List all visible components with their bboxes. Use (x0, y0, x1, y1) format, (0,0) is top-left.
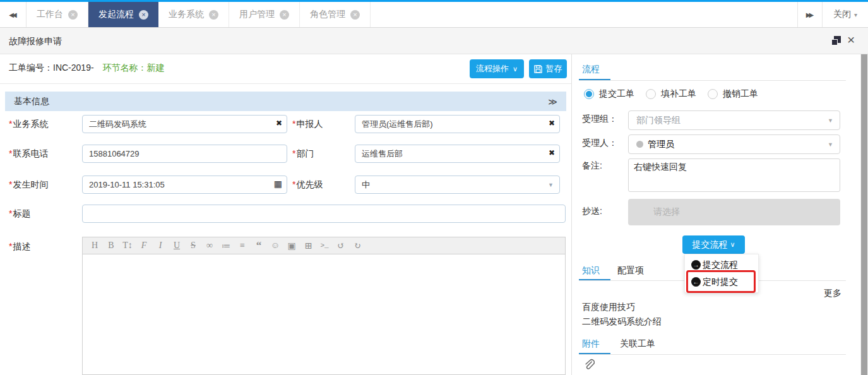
heading-icon[interactable]: H (88, 241, 102, 251)
form-row: *发生时间 ▦ *优先级 中 ▼ (9, 176, 566, 194)
phone-label: *联系电话 (9, 148, 82, 160)
flow-action-label: 流程操作 (476, 63, 509, 74)
link-icon[interactable]: ∞ (203, 241, 217, 251)
tab-label: 发起流程 (98, 9, 134, 20)
form-row: *联系电话 *部门 ✖ (9, 145, 566, 163)
submit-flow-button[interactable]: 提交流程 ∨ (682, 235, 745, 254)
radio-label: 填补工单 (661, 88, 696, 100)
section-title: 基本信息 (14, 96, 49, 107)
tab-close-icon[interactable]: × (139, 10, 148, 20)
radio-label: 提交工单 (599, 88, 634, 100)
tab-close-icon[interactable]: × (350, 10, 360, 20)
tab-close-icon[interactable]: × (280, 10, 289, 20)
business-system-label: *业务系统 (9, 119, 82, 130)
radio-cancel-order[interactable] (708, 89, 718, 99)
tab-bar-spacer (371, 2, 797, 27)
tab-related-orders[interactable]: 关联工单 (620, 338, 655, 350)
radio-submit-order[interactable] (584, 89, 594, 99)
image-icon[interactable]: ▣ (285, 241, 299, 251)
menu-item-submit-flow[interactable]: → 提交流程 (685, 256, 758, 273)
department-label: *部门 (287, 148, 355, 160)
department-input[interactable] (355, 145, 560, 163)
underline-icon[interactable]: U (170, 241, 184, 251)
restore-window-icon[interactable] (831, 36, 841, 46)
required-mark: * (292, 148, 295, 158)
save-draft-button[interactable]: 暂存 (529, 59, 567, 78)
tab-workbench[interactable]: 工作台 × (27, 2, 88, 27)
remark-label: 备注: (582, 160, 602, 172)
caret-down-icon: ▼ (828, 141, 833, 148)
main-content: 工单编号：INC-2019- 环节名称：新建 流程操作 ∨ 暂存 基本信息 ≫ … (0, 54, 868, 375)
align-icon[interactable]: ≡ (235, 241, 249, 251)
font-family-icon[interactable]: F (137, 241, 151, 251)
save-label: 暂存 (546, 63, 562, 74)
knowledge-item[interactable]: 二维码发码系统介绍 (582, 316, 662, 328)
expand-tabs-button[interactable]: ▶▶ (797, 2, 823, 27)
redo-icon[interactable]: ↻ (350, 241, 364, 251)
form-row: *业务系统 ✖ *申报人 ✖ (9, 115, 566, 133)
priority-select[interactable]: 中 ▼ (355, 176, 560, 194)
table-icon[interactable]: ⊞ (301, 241, 315, 251)
tab-attachments[interactable]: 附件 (582, 338, 600, 350)
tab-close-icon[interactable]: × (68, 10, 78, 20)
list-icon[interactable]: ≔ (219, 241, 233, 251)
tab-start-process[interactable]: 发起流程 × (88, 2, 158, 27)
required-mark: * (292, 179, 295, 189)
more-link[interactable]: 更多 (824, 288, 841, 299)
clear-icon[interactable]: ✖ (276, 119, 282, 128)
timer-icon: ← (691, 277, 701, 287)
remark-textarea[interactable]: 右键快速回复 (628, 158, 840, 192)
tab-label: 业务系统 (169, 9, 204, 20)
avatar (636, 141, 643, 148)
close-window-icon[interactable]: × (847, 32, 855, 47)
tab-user-management[interactable]: 用户管理 × (229, 2, 300, 27)
close-tabs-menu[interactable]: 关闭 ▾ (823, 2, 868, 27)
phone-input[interactable] (82, 145, 287, 163)
accept-user-label: 受理人： (582, 138, 617, 149)
header-divider (0, 83, 571, 84)
occur-time-input[interactable] (82, 176, 287, 194)
tab-close-icon[interactable]: × (209, 10, 218, 20)
code-icon[interactable]: >_ (318, 242, 331, 249)
tab-flow[interactable]: 流程 (582, 64, 600, 75)
business-system-input[interactable] (82, 115, 287, 133)
app-window: ◀◀ 工作台 × 发起流程 × 业务系统 × 用户管理 × 角色管理 × ▶▶ … (0, 0, 868, 375)
tab-business-system[interactable]: 业务系统 × (158, 2, 229, 27)
strikethrough-icon[interactable]: S (186, 241, 200, 251)
caret-down-icon: ▼ (548, 182, 554, 188)
knowledge-item[interactable]: 百度使用技巧 (582, 302, 635, 313)
tab-knowledge[interactable]: 知识 (582, 265, 600, 277)
clear-icon[interactable]: ✖ (549, 119, 555, 128)
paperclip-icon[interactable] (583, 359, 595, 374)
scrollbar-track[interactable] (860, 54, 868, 375)
menu-item-label: 定时提交 (703, 277, 738, 288)
reporter-input[interactable] (355, 115, 560, 133)
radio-label: 撤销工单 (723, 88, 758, 100)
emoji-icon[interactable]: ☺ (268, 241, 282, 251)
calendar-icon[interactable]: ▦ (274, 179, 282, 189)
clear-icon[interactable]: ✖ (549, 148, 555, 157)
tab-role-management[interactable]: 角色管理 × (300, 2, 371, 27)
collapse-tabs-button[interactable]: ◀◀ (0, 2, 27, 27)
quote-icon[interactable]: “ (252, 242, 266, 249)
scrollbar-thumb[interactable] (861, 54, 867, 375)
collapse-section-icon[interactable]: ≫ (548, 97, 557, 107)
radio-fill-order[interactable] (646, 89, 656, 99)
flow-action-button[interactable]: 流程操作 ∨ (470, 59, 524, 78)
menu-item-timed-submit[interactable]: ← 定时提交 (685, 273, 758, 290)
tab-config-items[interactable]: 配置项 (617, 265, 644, 277)
submit-flow-label: 提交流程 (692, 239, 727, 251)
accept-user-select[interactable]: 管理员 ▼ (628, 134, 840, 154)
double-chevron-right-icon: ▶▶ (806, 11, 812, 18)
bold-icon[interactable]: B (104, 241, 118, 251)
italic-icon[interactable]: I (153, 241, 167, 251)
undo-icon[interactable]: ↺ (334, 241, 348, 251)
arrow-right-circle-icon: → (691, 260, 701, 270)
close-menu-label: 关闭 (833, 9, 851, 20)
font-size-icon[interactable]: T↕ (121, 241, 134, 251)
title-input[interactable] (82, 205, 566, 223)
cc-select-disabled[interactable]: 请选择 (628, 199, 840, 225)
work-order-header: 工单编号：INC-2019- 环节名称：新建 (9, 62, 164, 74)
description-textarea[interactable] (82, 254, 566, 375)
accept-group-select[interactable]: 部门领导组 ▼ (628, 110, 840, 130)
